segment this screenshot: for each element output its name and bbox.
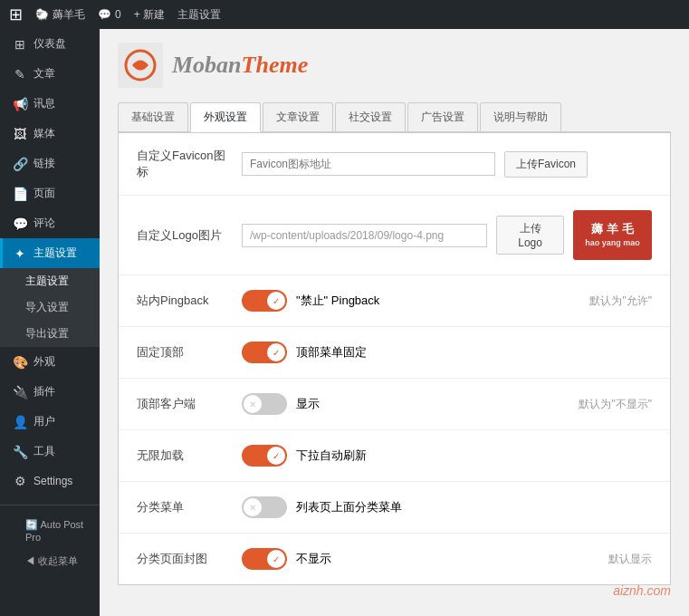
dashboard-icon: ⊞ (12, 37, 28, 52)
sticky-top-toggle[interactable]: ✓ (242, 342, 287, 363)
sticky-top-label: 固定顶部 (137, 344, 227, 361)
submenu-item-main[interactable]: 主题设置 (0, 268, 100, 294)
sidebar: ⊞ 仪表盘 ✎ 文章 📢 讯息 🖼 媒体 🔗 链接 📄 页面 (0, 29, 100, 616)
sidebar-item-label: 主题设置 (33, 245, 77, 261)
sidebar-item-dashboard[interactable]: ⊞ 仪表盘 (0, 29, 100, 59)
theme-settings-bar-item[interactable]: 主题设置 (177, 7, 221, 23)
category-cover-note: 默认显示 (608, 552, 652, 567)
comments-sidebar-icon: 💬 (12, 217, 28, 231)
top-customer-note: 默认为"不显示" (579, 397, 652, 412)
sidebar-item-users[interactable]: 👤 用户 (0, 407, 100, 437)
sidebar-item-links[interactable]: 🔗 链接 (0, 149, 100, 178)
infinite-scroll-label: 无限加载 (137, 448, 227, 464)
tab-article[interactable]: 文章设置 (263, 102, 333, 131)
favicon-input[interactable] (242, 152, 495, 176)
theme-title: MobanTheme (172, 52, 308, 79)
tab-social[interactable]: 社交设置 (335, 102, 406, 131)
infinite-scroll-toggle[interactable]: ✓ (242, 445, 287, 467)
sidebar-item-label: 外观 (33, 354, 55, 370)
sidebar-item-auto-post-pro[interactable]: 🔄 Auto Post Pro (0, 513, 100, 549)
sidebar-item-label: 媒体 (33, 126, 55, 141)
toggle-knob: ✕ (244, 498, 262, 516)
site-icon: 🐑 (35, 8, 49, 21)
pingback-toggle-text: "禁止" Pingback (296, 293, 379, 309)
comments-item[interactable]: 💬 0 (98, 8, 121, 21)
top-customer-toggle[interactable]: ✕ (242, 393, 287, 415)
top-customer-text: 显示 (296, 396, 320, 412)
favicon-control: 上传Favicon (242, 151, 652, 178)
category-cover-control: ✓ 不显示 默认显示 (242, 548, 652, 570)
category-menu-control: ✕ 列表页上面分类菜单 (242, 496, 652, 518)
toggle-knob: ✓ (267, 343, 285, 361)
sidebar-item-posts[interactable]: ✎ 文章 (0, 59, 100, 89)
tab-ads[interactable]: 广告设置 (407, 102, 478, 131)
sidebar-item-label: 讯息 (33, 96, 55, 111)
favicon-upload-button[interactable]: 上传Favicon (504, 151, 588, 178)
main-layout: ⊞ 仪表盘 ✎ 文章 📢 讯息 🖼 媒体 🔗 链接 📄 页面 (0, 29, 689, 616)
category-cover-toggle[interactable]: ✓ (242, 548, 287, 570)
sticky-top-text: 顶部菜单固定 (296, 344, 367, 361)
sidebar-item-theme-settings[interactable]: ✦ 主题设置 (0, 238, 100, 268)
sidebar-item-settings[interactable]: ⚙ Settings (0, 467, 100, 496)
sidebar-menu: ⊞ 仪表盘 ✎ 文章 📢 讯息 🖼 媒体 🔗 链接 📄 页面 (0, 29, 100, 268)
admin-bar: ⊞ 🐑 薅羊毛 💬 0 + 新建 主题设置 (0, 0, 689, 29)
tab-help[interactable]: 说明与帮助 (480, 102, 561, 131)
toggle-knob: ✕ (244, 395, 262, 413)
sidebar-submenu: 主题设置 导入设置 导出设置 (0, 268, 100, 347)
settings-row-category-menu: 分类菜单 ✕ 列表页上面分类菜单 (119, 482, 670, 534)
notices-icon: 📢 (12, 97, 28, 111)
sidebar-item-label: 工具 (33, 444, 55, 459)
sidebar-item-appearance[interactable]: 🎨 外观 (0, 347, 100, 377)
settings-row-sticky-top: 固定顶部 ✓ 顶部菜单固定 (119, 327, 670, 379)
toggle-knob: ✓ (267, 550, 285, 568)
theme-logo-icon (118, 43, 163, 88)
category-menu-toggle[interactable]: ✕ (242, 496, 287, 518)
settings-row-top-customer: 顶部客户端 ✕ 显示 默认为"不显示" (119, 379, 670, 430)
appearance-icon: 🎨 (12, 355, 28, 370)
pingback-note: 默认为"允许" (589, 294, 652, 309)
toggle-knob: ✓ (267, 447, 285, 465)
pingback-label: 站内Pingback (137, 293, 227, 309)
media-icon: 🖼 (12, 127, 28, 141)
sidebar-item-label: 评论 (33, 216, 55, 231)
settings-row-logo: 自定义Logo图片 上传Logo 薅 羊 毛 hao yang mao (119, 196, 670, 275)
settings-row-category-cover: 分类页面封图 ✓ 不显示 默认显示 (119, 534, 670, 584)
sidebar-item-label: 文章 (33, 66, 55, 82)
logo-input[interactable] (242, 224, 487, 247)
theme-settings-icon: ✦ (12, 246, 28, 261)
plugins-icon: 🔌 (12, 385, 28, 399)
sidebar-item-tools[interactable]: 🔧 工具 (0, 437, 100, 467)
settings-row-favicon: 自定义Favicon图标 上传Favicon (119, 133, 670, 196)
pingback-toggle[interactable]: ✓ (242, 290, 287, 312)
wp-logo-icon[interactable]: ⊞ (9, 5, 23, 24)
category-menu-text: 列表页上面分类菜单 (296, 499, 402, 515)
sticky-top-control: ✓ 顶部菜单固定 (242, 342, 652, 363)
tools-icon: 🔧 (12, 445, 28, 459)
sidebar-item-notices[interactable]: 📢 讯息 (0, 89, 100, 119)
pingback-control: ✓ "禁止" Pingback 默认为"允许" (242, 290, 652, 312)
sidebar-item-plugins[interactable]: 🔌 插件 (0, 377, 100, 407)
toggle-knob: ✓ (267, 292, 285, 310)
submenu-item-import[interactable]: 导入设置 (0, 294, 100, 321)
posts-icon: ✎ (12, 67, 28, 82)
tabs: 基础设置 外观设置 文章设置 社交设置 广告设置 说明与帮助 (118, 102, 671, 132)
infinite-scroll-control: ✓ 下拉自动刷新 (242, 445, 652, 467)
tab-basic[interactable]: 基础设置 (118, 102, 188, 131)
theme-header: MobanTheme (118, 43, 671, 88)
favicon-label: 自定义Favicon图标 (137, 148, 227, 180)
sidebar-item-media[interactable]: 🖼 媒体 (0, 119, 100, 149)
sidebar-item-collapse[interactable]: ◀ 收起菜单 (0, 549, 100, 573)
logo-upload-button[interactable]: 上传Logo (496, 216, 564, 255)
sidebar-item-label: 插件 (33, 384, 55, 399)
top-customer-control: ✕ 显示 默认为"不显示" (242, 393, 652, 415)
infinite-scroll-text: 下拉自动刷新 (296, 448, 367, 464)
settings-row-infinite-scroll: 无限加载 ✓ 下拉自动刷新 (119, 430, 670, 482)
sidebar-item-label: 用户 (33, 414, 55, 429)
tab-appearance[interactable]: 外观设置 (190, 102, 261, 132)
sidebar-item-comments[interactable]: 💬 评论 (0, 208, 100, 238)
sidebar-item-pages[interactable]: 📄 页面 (0, 178, 100, 208)
submenu-item-export[interactable]: 导出设置 (0, 321, 100, 347)
new-item[interactable]: + 新建 (134, 7, 165, 23)
site-name[interactable]: 🐑 薅羊毛 (35, 7, 85, 23)
links-icon: 🔗 (12, 157, 28, 171)
